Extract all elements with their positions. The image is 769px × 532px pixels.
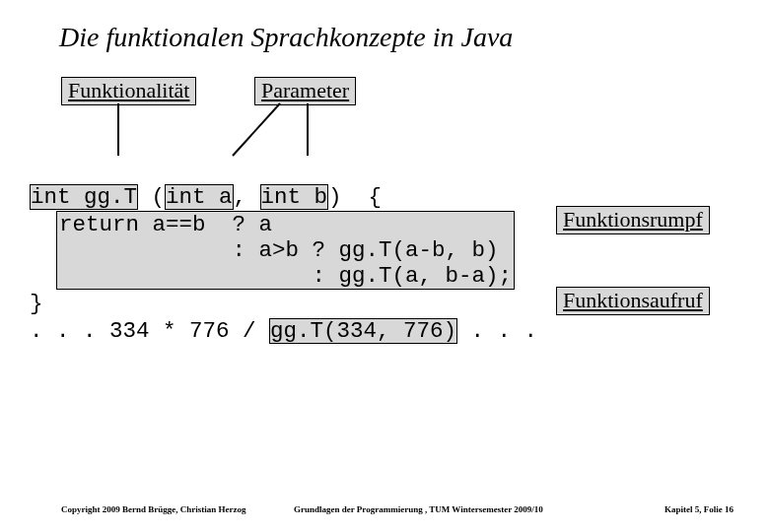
footer-page: Kapitel 5, Folie 16 [664, 504, 734, 514]
slide-title: Die funktionalen Sprachkonzepte in Java [59, 22, 513, 53]
code-body-l3: : gg.T(a, b-a); [59, 263, 512, 289]
footer-course: Grundlagen der Programmierung , TUM Wint… [294, 504, 543, 514]
code-sig-close: ) [328, 184, 342, 210]
footer-copyright: Copyright 2009 Bernd Brügge, Christian H… [61, 504, 246, 514]
code-brace-close: } [30, 291, 43, 316]
code-call-expr: gg.T(334, 776) [269, 318, 457, 344]
label-call: Funktionsaufruf [556, 287, 710, 315]
code-param-b: int b [260, 184, 329, 210]
code-block: int gg.T (int a, int b) { return a==b ? … [30, 156, 537, 345]
code-body: return a==b ? a : a>b ? gg.T(a-b, b) : g… [56, 211, 515, 290]
code-sig-open: ( [138, 184, 165, 210]
code-sig-type: int gg.T [30, 184, 138, 210]
label-parameter: Parameter [254, 77, 356, 105]
code-brace-open: { [342, 184, 383, 210]
code-sig-sep: , [234, 184, 260, 210]
code-body-l1: return a==b ? a [59, 212, 272, 237]
label-functionality: Funktionalität [61, 77, 196, 105]
code-param-a: int a [165, 184, 234, 210]
svg-line-1 [233, 103, 280, 156]
label-body: Funktionsrumpf [556, 206, 710, 234]
code-body-l2: : a>b ? gg.T(a-b, b) [59, 237, 512, 263]
code-call-suffix: . . . [457, 318, 537, 344]
code-call-prefix: . . . 334 * 776 / [30, 318, 269, 344]
